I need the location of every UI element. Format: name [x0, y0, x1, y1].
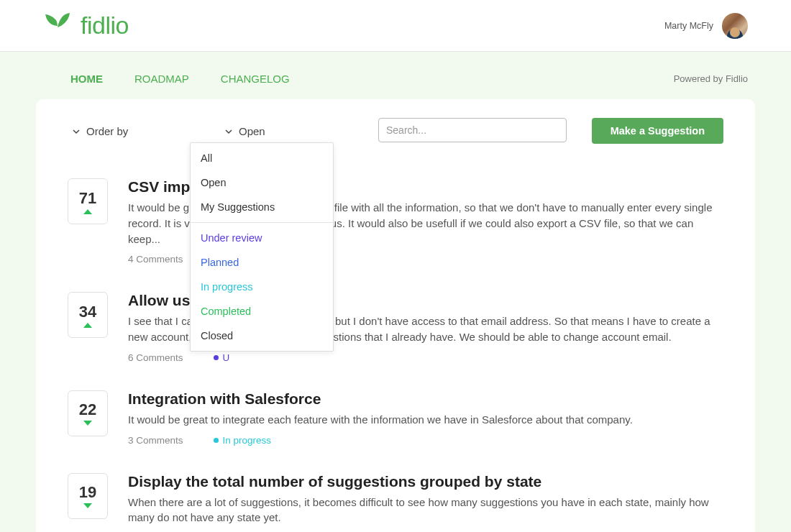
nav-tabs: HOME ROADMAP CHANGELOG	[43, 73, 290, 85]
filter-option-completed[interactable]: Completed	[191, 299, 333, 324]
suggestion-title[interactable]: Display the total number of suggestions …	[128, 473, 723, 490]
chevron-down-icon	[224, 127, 233, 136]
suggestion-title[interactable]: Integration with Salesforce	[128, 390, 723, 408]
filter-option-all[interactable]: All	[191, 146, 333, 170]
vote-box[interactable]: 19	[68, 473, 108, 519]
tab-changelog[interactable]: CHANGELOG	[221, 73, 290, 85]
page-body: HOME ROADMAP CHANGELOG Powered by Fidlio…	[0, 52, 791, 532]
filter-option-open[interactable]: Open	[191, 170, 333, 195]
user-area[interactable]: Marty McFly	[664, 13, 748, 39]
brand[interactable]: fidlio	[43, 12, 129, 40]
vote-box[interactable]: 22	[68, 390, 108, 436]
tab-roadmap[interactable]: ROADMAP	[134, 73, 189, 85]
list-item[interactable]: 22 Integration with Salesforce It would …	[68, 390, 723, 446]
status-badge: U	[214, 352, 230, 363]
list-item[interactable]: 34 Allow users to c I see that I can't c…	[68, 292, 723, 363]
filter-dropdown-trigger[interactable]: Open	[224, 125, 265, 137]
vote-count: 19	[79, 483, 96, 502]
filter-option-in-progress[interactable]: In progress	[191, 275, 333, 299]
order-by-label: Order by	[86, 125, 128, 137]
status-dot-icon	[214, 355, 219, 360]
status-dot-icon	[214, 438, 219, 443]
chevron-down-icon	[72, 127, 81, 136]
suggestion-meta: 6 Comments U	[128, 352, 723, 363]
plant-logo-icon	[43, 12, 72, 40]
vote-count: 22	[79, 400, 96, 419]
list-item[interactable]: 19 Display the total number of suggestio…	[68, 473, 723, 533]
vote-count: 71	[79, 189, 96, 208]
top-bar: fidlio Marty McFly	[0, 0, 791, 52]
suggestion-meta: 3 Comments In progress	[128, 435, 723, 446]
comment-count[interactable]: 4 Comments	[128, 254, 183, 265]
filter-option-my-suggestions[interactable]: My Suggestions	[191, 195, 333, 219]
caret-up-icon	[83, 323, 92, 328]
filter-label: Open	[239, 125, 265, 137]
dropdown-separator	[191, 222, 333, 223]
suggestion-content: Display the total number of suggestions …	[128, 473, 723, 533]
comment-count[interactable]: 6 Comments	[128, 352, 183, 363]
status-badge: In progress	[214, 435, 272, 446]
status-label: In progress	[223, 435, 272, 446]
filter-option-under-review[interactable]: Under review	[191, 226, 333, 250]
main-card: Order by Open Make a Suggestion All Open…	[36, 99, 755, 532]
brand-name: fidlio	[81, 12, 129, 40]
status-label: U	[223, 352, 230, 363]
vote-box[interactable]: 34	[68, 292, 108, 338]
powered-by: Powered by Fidlio	[674, 73, 748, 84]
make-suggestion-button[interactable]: Make a Suggestion	[592, 118, 723, 144]
suggestion-description: When there are a lot of suggestions, it …	[128, 495, 723, 526]
vote-count: 34	[79, 303, 96, 321]
tab-home[interactable]: HOME	[70, 73, 103, 85]
comment-count[interactable]: 3 Comments	[128, 435, 183, 446]
caret-down-icon	[83, 503, 92, 508]
avatar[interactable]	[722, 13, 748, 39]
order-by-dropdown[interactable]: Order by	[72, 125, 128, 137]
caret-down-icon	[83, 421, 92, 426]
filter-option-planned[interactable]: Planned	[191, 250, 333, 275]
list-item[interactable]: 71 CSV import and It would be great if w…	[68, 178, 723, 265]
suggestion-content: Integration with Salesforce It would be …	[128, 390, 723, 446]
user-name: Marty McFly	[664, 21, 713, 31]
suggestion-list: 71 CSV import and It would be great if w…	[68, 178, 723, 532]
search-input[interactable]	[378, 118, 567, 142]
caret-up-icon	[83, 209, 92, 214]
toolbar: Order by Open Make a Suggestion	[68, 118, 723, 147]
vote-box[interactable]: 71	[68, 178, 108, 224]
filter-option-closed[interactable]: Closed	[191, 324, 333, 348]
filter-dropdown-menu: All Open My Suggestions Under review Pla…	[190, 142, 334, 352]
suggestion-description: It would be great to integrate each feat…	[128, 412, 723, 428]
nav-row: HOME ROADMAP CHANGELOG Powered by Fidlio	[0, 58, 791, 99]
